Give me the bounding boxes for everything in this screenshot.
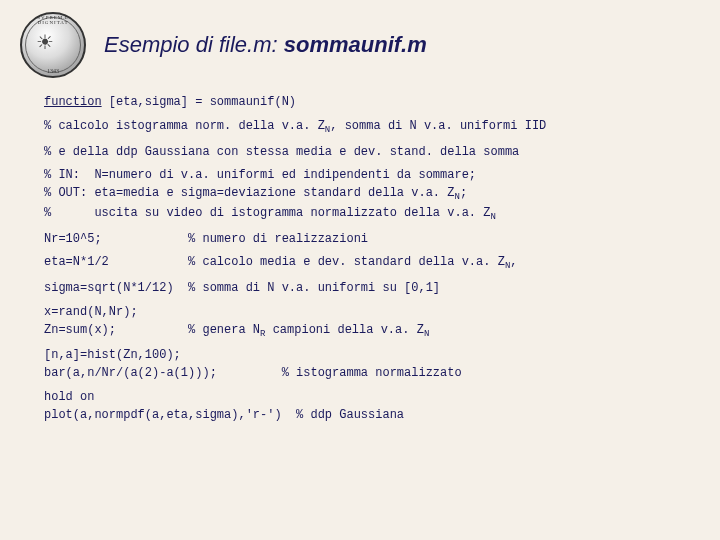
- university-seal-icon: SVPREMÆ DIGNITAT 1343: [20, 12, 86, 78]
- code-line: [n,a]=hist(Zn,100);: [44, 347, 676, 365]
- code-line-comment: % IN: N=numero di v.a. uniformi ed indip…: [44, 167, 676, 185]
- title-filename: sommaunif.m: [284, 32, 427, 57]
- slide-header: SVPREMÆ DIGNITAT 1343 Esempio di file.m:…: [0, 0, 720, 86]
- code-line-function: function [eta,sigma] = sommaunif(N): [44, 94, 676, 112]
- code-line: plot(a,normpdf(a,eta,sigma),'r-') % ddp …: [44, 407, 676, 425]
- code-line-comment: % e della ddp Gaussiana con stessa media…: [44, 144, 676, 162]
- code-line: sigma=sqrt(N*1/12) % somma di N v.a. uni…: [44, 280, 676, 298]
- code-listing: function [eta,sigma] = sommaunif(N) % ca…: [0, 86, 720, 437]
- code-line: x=rand(N,Nr);: [44, 304, 676, 322]
- code-line: Zn=sum(x); % genera NR campioni della v.…: [44, 322, 676, 342]
- seal-top-text: SVPREMÆ DIGNITAT: [22, 15, 84, 25]
- code-line: hold on: [44, 389, 676, 407]
- code-line-comment: % calcolo istogramma norm. della v.a. ZN…: [44, 118, 676, 138]
- code-line: bar(a,n/Nr/(a(2)-a(1))); % istogramma no…: [44, 365, 676, 383]
- seal-year-text: 1343: [22, 68, 84, 74]
- slide-title: Esempio di file.m: sommaunif.m: [104, 32, 427, 58]
- title-prefix: Esempio di file.m:: [104, 32, 284, 57]
- code-line-comment: % OUT: eta=media e sigma=deviazione stan…: [44, 185, 676, 205]
- code-line: Nr=10^5; % numero di realizzazioni: [44, 231, 676, 249]
- code-line-comment: % uscita su video di istogramma normaliz…: [44, 205, 676, 225]
- code-line: eta=N*1/2 % calcolo media e dev. standar…: [44, 254, 676, 274]
